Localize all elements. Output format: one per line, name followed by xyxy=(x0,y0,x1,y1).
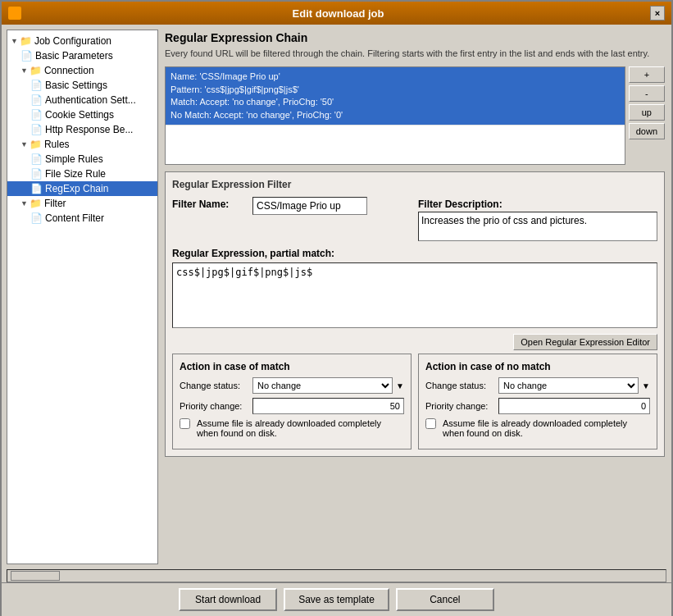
open-editor-button[interactable]: Open Regular Expression Editor xyxy=(513,334,657,350)
regex-label: Regular Expression, partial match: xyxy=(172,248,657,259)
nomatch-box-title: Action in case of no match xyxy=(425,361,650,372)
file-icon: 📄 xyxy=(30,168,43,180)
nomatch-box: Action in case of no match Change status… xyxy=(418,354,657,449)
sidebar-item-connection[interactable]: ▼ 📁 Connection xyxy=(7,63,157,78)
file-icon: 📄 xyxy=(30,109,43,121)
open-editor-row: Open Regular Expression Editor xyxy=(172,334,657,354)
folder-icon: 📁 xyxy=(30,198,42,209)
sidebar-item-rules[interactable]: ▼ 📁 Rules xyxy=(7,137,157,152)
match-change-status-row: Change status: No change ▼ xyxy=(180,377,404,394)
sidebar-item-label: Content Filter xyxy=(45,212,104,224)
match-area: Action in case of match Change status: N… xyxy=(172,354,657,449)
sidebar-item-auth-settings[interactable]: 📄 Authentication Sett... xyxy=(7,93,157,107)
sidebar-item-cookie-settings[interactable]: 📄 Cookie Settings xyxy=(7,107,157,122)
chain-description: Every found URL will be filtered through… xyxy=(165,48,665,60)
nomatch-change-status-row: Change status: No change ▼ xyxy=(425,377,650,394)
nomatch-priority-label: Priority change: xyxy=(425,401,495,411)
move-down-button[interactable]: down xyxy=(629,123,665,139)
chain-section: Regular Expression Chain Every found URL… xyxy=(165,31,665,165)
sidebar-item-label: File Size Rule xyxy=(45,168,106,180)
sidebar-item-label: Basic Parameters xyxy=(35,50,113,62)
main-window: Edit download job × ▼ 📁 Job Configuratio… xyxy=(0,0,673,616)
nomatch-change-status-label: Change status: xyxy=(425,381,495,390)
main-area: ▼ 📁 Job Configuration 📄 Basic Parameters… xyxy=(2,25,671,569)
sidebar-item-label: Simple Rules xyxy=(45,153,103,165)
file-icon: 📄 xyxy=(30,124,43,135)
filter-desc-group: Filter Description: Increases the prio o… xyxy=(418,197,657,241)
sidebar-item-label: Connection xyxy=(44,65,94,76)
cancel-button[interactable]: Cancel xyxy=(396,588,494,611)
sidebar-item-label: Authentication Sett... xyxy=(45,94,136,106)
expand-icon: ▼ xyxy=(20,140,28,148)
sidebar-item-regexp-chain[interactable]: 📄 RegExp Chain xyxy=(7,181,157,196)
match-box-title: Action in case of match xyxy=(180,361,404,372)
file-icon: 📄 xyxy=(30,183,43,194)
nomatch-select-arrow: ▼ xyxy=(642,381,650,390)
match-assume-row: Assume file is already downloaded comple… xyxy=(180,418,404,438)
sidebar-item-label: Basic Settings xyxy=(45,80,107,91)
chain-item-nomatch: No Match: Accept: 'no change', PrioChg: … xyxy=(171,109,620,121)
chain-item-match: Match: Accept: 'no change', PrioChg: '50… xyxy=(171,96,620,108)
nomatch-change-status-select[interactable]: No change xyxy=(498,377,639,394)
file-icon: 📄 xyxy=(20,50,33,62)
file-icon: 📄 xyxy=(30,94,43,106)
expand-icon: ▼ xyxy=(20,66,28,75)
sidebar-item-label: Cookie Settings xyxy=(45,109,114,121)
filter-desc-input[interactable]: Increases the prio of css and pictures. xyxy=(418,212,657,241)
window-title: Edit download job xyxy=(26,7,650,20)
filter-desc-label: Filter Description: xyxy=(418,197,657,210)
sidebar-item-job-config[interactable]: ▼ 📁 Job Configuration xyxy=(7,34,157,48)
right-panel: Regular Expression Chain Every found URL… xyxy=(158,25,671,569)
nomatch-priority-input[interactable] xyxy=(498,398,650,414)
match-assume-label: Assume file is already downloaded comple… xyxy=(197,418,404,438)
chain-area: Name: 'CSS/Image Prio up' Pattern: 'css$… xyxy=(165,66,665,165)
expand-icon: ▼ xyxy=(20,199,28,208)
title-bar: Edit download job × xyxy=(2,2,671,25)
chain-item-pattern: Pattern: 'css$|jpg$|gif$|png$|js$' xyxy=(171,84,620,96)
sidebar-tree: ▼ 📁 Job Configuration 📄 Basic Parameters… xyxy=(7,30,158,564)
filter-name-row: Filter Name: Filter Description: Increas… xyxy=(172,197,657,241)
filter-name-field-group: Filter Name: xyxy=(172,197,412,215)
start-download-button[interactable]: Start download xyxy=(179,588,277,611)
filter-name-input[interactable] xyxy=(252,197,367,215)
chain-buttons: + - up down xyxy=(629,66,665,165)
match-priority-label: Priority change: xyxy=(180,401,249,411)
match-assume-checkbox[interactable] xyxy=(180,418,190,429)
sidebar-item-simple-rules[interactable]: 📄 Simple Rules xyxy=(7,152,157,167)
expand-icon: ▼ xyxy=(11,37,18,45)
close-button[interactable]: × xyxy=(650,6,665,21)
match-change-status-select[interactable]: No change xyxy=(252,377,393,394)
chain-section-title: Regular Expression Chain xyxy=(165,31,665,44)
sidebar-item-basic-params[interactable]: 📄 Basic Parameters xyxy=(7,48,157,63)
sidebar-item-filter[interactable]: ▼ 📁 Filter xyxy=(7,196,157,211)
add-entry-button[interactable]: + xyxy=(629,66,665,83)
filter-section: Regular Expression Filter Filter Name: F… xyxy=(165,171,665,457)
match-change-status-label: Change status: xyxy=(180,381,249,390)
sidebar-item-http-response[interactable]: 📄 Http Response Be... xyxy=(7,122,157,137)
nomatch-assume-checkbox[interactable] xyxy=(425,418,436,429)
sidebar-item-basic-settings[interactable]: 📄 Basic Settings xyxy=(7,78,157,93)
folder-icon: 📁 xyxy=(30,65,42,76)
regex-input[interactable]: css$|jpg$|gif$|png$|js$ xyxy=(172,262,657,328)
sidebar-item-content-filter[interactable]: 📄 Content Filter xyxy=(7,211,157,226)
file-icon: 📄 xyxy=(30,212,43,224)
match-box: Action in case of match Change status: N… xyxy=(172,354,412,449)
folder-icon: 📁 xyxy=(20,35,32,47)
sidebar-item-file-size-rule[interactable]: 📄 File Size Rule xyxy=(7,167,157,181)
scrollbar-thumb[interactable] xyxy=(11,571,60,581)
remove-entry-button[interactable]: - xyxy=(629,85,665,102)
match-priority-row: Priority change: xyxy=(180,398,404,414)
save-template-button[interactable]: Save as template xyxy=(284,588,389,611)
file-icon: 📄 xyxy=(30,80,43,91)
match-priority-input[interactable] xyxy=(252,398,404,414)
sidebar-item-label: Job Configuration xyxy=(34,35,111,47)
sidebar-item-label: RegExp Chain xyxy=(45,183,108,194)
chain-list[interactable]: Name: 'CSS/Image Prio up' Pattern: 'css$… xyxy=(165,66,625,165)
horizontal-scrollbar[interactable] xyxy=(7,569,666,582)
filter-name-label: Filter Name: xyxy=(172,197,246,210)
regex-section: Regular Expression, partial match: css$|… xyxy=(172,248,657,331)
move-up-button[interactable]: up xyxy=(629,104,665,121)
file-icon: 📄 xyxy=(30,153,43,165)
chain-list-item[interactable]: Name: 'CSS/Image Prio up' Pattern: 'css$… xyxy=(166,67,625,125)
sidebar-item-label: Rules xyxy=(44,139,70,150)
